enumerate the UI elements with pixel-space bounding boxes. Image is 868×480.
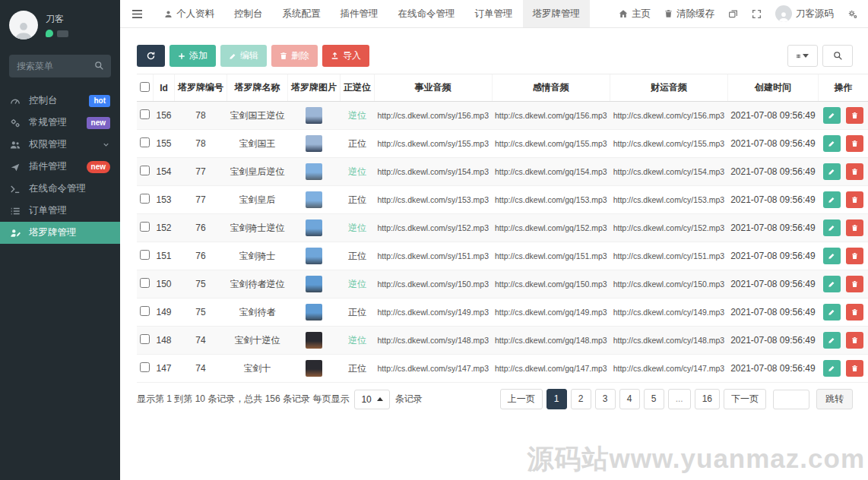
settings-menu[interactable] bbox=[847, 9, 857, 19]
page-button-3[interactable]: 3 bbox=[595, 389, 616, 409]
col-love-audio[interactable]: 感情音频 bbox=[492, 74, 610, 102]
row-edit-button[interactable] bbox=[823, 304, 841, 321]
card-thumbnail[interactable] bbox=[306, 163, 322, 180]
fullscreen-button[interactable] bbox=[752, 9, 762, 19]
tab-system-config[interactable]: 系统配置 bbox=[273, 0, 331, 27]
prev-page-button[interactable]: 上一页 bbox=[500, 389, 543, 409]
per-page-select[interactable]: 10 bbox=[354, 390, 389, 409]
clear-cache-button[interactable]: 清除缓存 bbox=[664, 8, 714, 21]
col-position[interactable]: 正逆位 bbox=[341, 74, 375, 102]
row-checkbox[interactable] bbox=[140, 109, 150, 119]
page-button-4[interactable]: 4 bbox=[619, 389, 640, 409]
card-thumbnail[interactable] bbox=[306, 248, 322, 264]
sidebar-item-addons[interactable]: 插件管理 new bbox=[0, 156, 120, 178]
col-wealth-audio[interactable]: 财运音频 bbox=[610, 74, 727, 102]
user-avatar[interactable] bbox=[9, 11, 38, 39]
page-button-16[interactable]: 16 bbox=[695, 389, 720, 409]
row-delete-button[interactable] bbox=[846, 219, 863, 236]
tab-tarot[interactable]: 塔罗牌管理 bbox=[523, 0, 591, 27]
row-delete-button[interactable] bbox=[846, 191, 863, 208]
import-button[interactable]: 导入 bbox=[322, 45, 369, 67]
check-update-button[interactable] bbox=[728, 9, 738, 19]
row-checkbox[interactable] bbox=[140, 194, 150, 204]
page-button-5[interactable]: 5 bbox=[644, 389, 664, 409]
row-edit-button[interactable] bbox=[823, 276, 841, 292]
page-jump-button[interactable]: 跳转 bbox=[816, 389, 853, 409]
search-toggle-button[interactable] bbox=[822, 45, 853, 67]
card-thumbnail[interactable] bbox=[306, 360, 322, 377]
row-delete-button[interactable] bbox=[846, 163, 863, 180]
row-delete-button[interactable] bbox=[846, 276, 863, 292]
table-row[interactable]: 156 78 宝剑国王逆位 逆位 http://cs.dkewl.com/sy/… bbox=[137, 102, 868, 130]
row-edit-button[interactable] bbox=[823, 219, 841, 236]
row-checkbox[interactable] bbox=[140, 222, 150, 232]
sidebar-item-orders[interactable]: 订单管理 bbox=[0, 200, 120, 222]
row-delete-button[interactable] bbox=[846, 135, 863, 152]
table-row[interactable]: 149 75 宝剑待者 正位 http://cs.dkewl.com/sy/14… bbox=[137, 298, 868, 327]
row-edit-button[interactable] bbox=[823, 191, 841, 208]
tab-orders[interactable]: 订单管理 bbox=[465, 0, 523, 27]
row-delete-button[interactable] bbox=[846, 248, 863, 264]
table-row[interactable]: 147 74 宝剑十 正位 http://cs.dkewl.com/sy/147… bbox=[137, 355, 868, 383]
card-thumbnail[interactable] bbox=[306, 276, 322, 292]
refresh-button[interactable] bbox=[137, 45, 165, 67]
add-button[interactable]: 添加 bbox=[169, 45, 216, 67]
row-checkbox[interactable] bbox=[140, 362, 150, 372]
edit-button[interactable]: 编辑 bbox=[220, 45, 267, 67]
row-checkbox[interactable] bbox=[140, 334, 150, 344]
table-row[interactable]: 153 77 宝剑皇后 正位 http://cs.dkewl.com/sy/15… bbox=[137, 186, 868, 214]
card-thumbnail[interactable] bbox=[306, 219, 322, 236]
col-career-audio[interactable]: 事业音频 bbox=[375, 74, 492, 102]
table-row[interactable]: 154 77 宝剑皇后逆位 逆位 http://cs.dkewl.com/sy/… bbox=[137, 158, 868, 186]
table-row[interactable]: 155 78 宝剑国王 正位 http://cs.dkewl.com/sy/15… bbox=[137, 130, 868, 158]
select-all-checkbox[interactable] bbox=[140, 82, 150, 92]
row-edit-button[interactable] bbox=[823, 332, 841, 349]
card-thumbnail[interactable] bbox=[306, 304, 322, 321]
next-page-button[interactable]: 下一页 bbox=[724, 389, 766, 409]
table-row[interactable]: 148 74 宝剑十逆位 逆位 http://cs.dkewl.com/sy/1… bbox=[137, 327, 868, 355]
row-checkbox[interactable] bbox=[140, 306, 150, 316]
row-checkbox[interactable] bbox=[140, 250, 150, 260]
row-checkbox[interactable] bbox=[140, 166, 150, 175]
card-thumbnail[interactable] bbox=[306, 107, 322, 124]
col-id[interactable]: Id bbox=[154, 74, 175, 102]
row-edit-button[interactable] bbox=[823, 163, 841, 180]
row-delete-button[interactable] bbox=[846, 360, 863, 377]
sidebar-item-dashboard[interactable]: 控制台 hot bbox=[0, 90, 120, 112]
tab-command[interactable]: 在线命令管理 bbox=[388, 0, 465, 27]
row-delete-button[interactable] bbox=[846, 107, 863, 124]
card-thumbnail[interactable] bbox=[306, 191, 322, 208]
col-card-number[interactable]: 塔罗牌编号 bbox=[175, 74, 227, 102]
sidebar-item-general[interactable]: 常规管理 new bbox=[0, 112, 120, 134]
row-edit-button[interactable] bbox=[823, 248, 841, 264]
tab-profile[interactable]: 个人资料 bbox=[154, 0, 224, 27]
col-created[interactable]: 创建时间 bbox=[727, 74, 818, 102]
page-button-2[interactable]: 2 bbox=[571, 389, 591, 409]
columns-dropdown-button[interactable] bbox=[787, 45, 818, 67]
table-row[interactable]: 152 76 宝剑骑士逆位 逆位 http://cs.dkewl.com/sy/… bbox=[137, 214, 868, 242]
page-button-1[interactable]: 1 bbox=[546, 389, 567, 409]
tab-dashboard[interactable]: 控制台 bbox=[224, 0, 273, 27]
user-menu[interactable]: 刀客源码 bbox=[775, 5, 834, 22]
row-delete-button[interactable] bbox=[846, 304, 863, 321]
table-row[interactable]: 150 75 宝剑待者逆位 逆位 http://cs.dkewl.com/sy/… bbox=[137, 270, 868, 298]
page-jump-input[interactable] bbox=[773, 390, 809, 409]
tab-addons[interactable]: 插件管理 bbox=[331, 0, 388, 27]
row-edit-button[interactable] bbox=[823, 135, 841, 152]
row-edit-button[interactable] bbox=[823, 107, 841, 124]
card-thumbnail[interactable] bbox=[306, 332, 322, 349]
row-edit-button[interactable] bbox=[823, 360, 841, 377]
sidebar-item-tarot[interactable]: 塔罗牌管理 bbox=[0, 222, 120, 244]
col-card-image[interactable]: 塔罗牌图片 bbox=[288, 74, 341, 102]
delete-button[interactable]: 删除 bbox=[271, 45, 318, 67]
col-card-name[interactable]: 塔罗牌名称 bbox=[227, 74, 288, 102]
row-checkbox[interactable] bbox=[140, 137, 150, 147]
sidebar-item-command[interactable]: 在线命令管理 bbox=[0, 178, 120, 200]
table-row[interactable]: 151 76 宝剑骑士 正位 http://cs.dkewl.com/sy/15… bbox=[137, 242, 868, 270]
home-link[interactable]: 主页 bbox=[619, 8, 651, 21]
row-delete-button[interactable] bbox=[846, 332, 863, 349]
card-thumbnail[interactable] bbox=[306, 135, 322, 152]
sidebar-item-auth[interactable]: 权限管理 bbox=[0, 134, 120, 156]
row-checkbox[interactable] bbox=[140, 278, 150, 288]
menu-toggle-icon[interactable] bbox=[120, 0, 154, 27]
